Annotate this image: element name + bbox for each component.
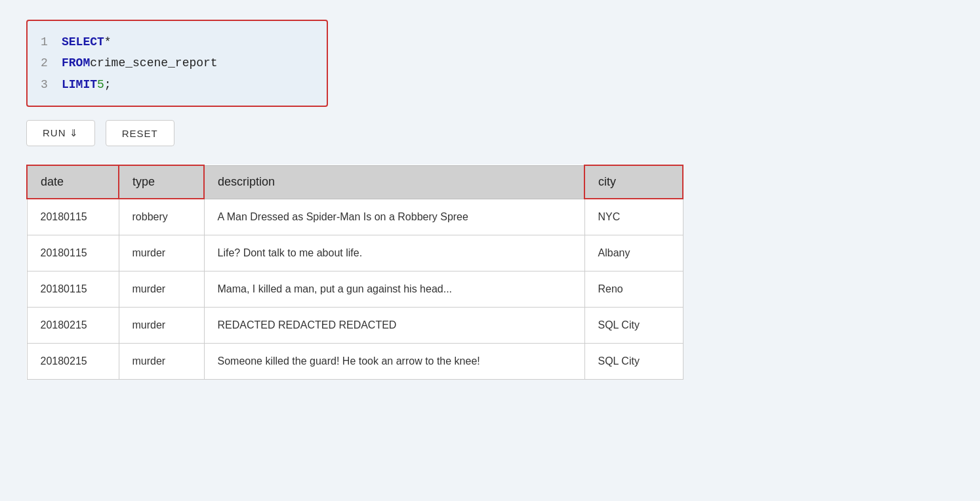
cell-date: 20180115 (27, 271, 119, 308)
col-header-city: city (584, 165, 683, 199)
cell-date: 20180215 (27, 344, 119, 380)
cell-description: Life? Dont talk to me about life. (204, 235, 584, 271)
limit-value: 5 (97, 74, 104, 95)
cell-date: 20180115 (27, 235, 119, 271)
keyword-select: SELECT (62, 31, 104, 52)
button-row: RUN ⇓ RESET (26, 120, 954, 146)
cell-date: 20180215 (27, 308, 119, 344)
cell-description: Mama, I killed a man, put a gun against … (204, 271, 584, 308)
keyword-from: FROM (62, 52, 90, 73)
table-row: 20180115robberyA Man Dressed as Spider-M… (27, 199, 683, 235)
cell-type: murder (119, 235, 204, 271)
table-row: 20180215murderSomeone killed the guard! … (27, 344, 683, 380)
line-number-2: 2 (41, 52, 54, 73)
results-table: date type description city 20180115robbe… (26, 165, 684, 380)
run-button[interactable]: RUN ⇓ (26, 120, 95, 146)
cell-type: murder (119, 344, 204, 380)
cell-city: NYC (584, 199, 683, 235)
line-number-1: 1 (41, 31, 54, 52)
cell-date: 20180115 (27, 199, 119, 235)
cell-type: robbery (119, 199, 204, 235)
semicolon: ; (104, 74, 112, 95)
cell-city: Albany (584, 235, 683, 271)
cell-description: Someone killed the guard! He took an arr… (204, 344, 584, 380)
cell-description: REDACTED REDACTED REDACTED (204, 308, 584, 344)
code-star: * (104, 31, 112, 52)
col-header-date: date (27, 165, 119, 199)
table-row: 20180215murderREDACTED REDACTED REDACTED… (27, 308, 683, 344)
table-row: 20180115murderLife? Dont talk to me abou… (27, 235, 683, 271)
code-line-2: 2 FROM crime_scene_report (41, 52, 314, 73)
reset-button[interactable]: RESET (106, 120, 174, 146)
table-header-row: date type description city (27, 165, 683, 199)
line-number-3: 3 (41, 74, 54, 95)
table-name: crime_scene_report (90, 52, 217, 73)
cell-type: murder (119, 308, 204, 344)
cell-type: murder (119, 271, 204, 308)
col-header-description: description (204, 165, 584, 199)
cell-city: SQL City (584, 308, 683, 344)
cell-city: Reno (584, 271, 683, 308)
cell-city: SQL City (584, 344, 683, 380)
table-row: 20180115murderMama, I killed a man, put … (27, 271, 683, 308)
code-line-1: 1 SELECT * (41, 31, 314, 52)
col-header-type: type (119, 165, 204, 199)
code-line-3: 3 LIMIT 5 ; (41, 74, 314, 95)
code-editor[interactable]: 1 SELECT * 2 FROM crime_scene_report 3 L… (26, 20, 328, 107)
keyword-limit: LIMIT (62, 74, 97, 95)
cell-description: A Man Dressed as Spider-Man Is on a Robb… (204, 199, 584, 235)
